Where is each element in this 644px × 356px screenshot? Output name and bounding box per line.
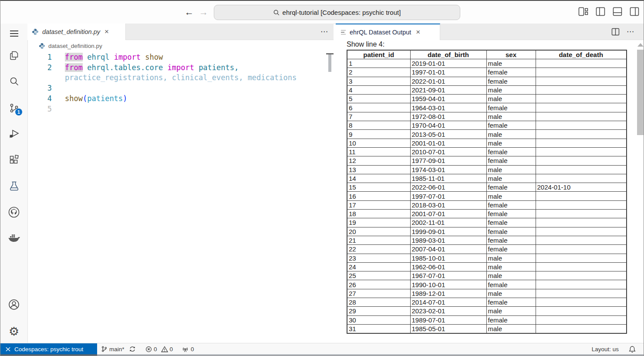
- table-cell: 1997-01-01: [410, 68, 486, 77]
- line-number: 1: [27, 52, 52, 63]
- status-bar: Codespaces: psychic trout main* 0 0 0 La…: [0, 343, 644, 354]
- table-cell: 1985-10-01: [410, 254, 486, 262]
- table-row: 141985-11-01male: [347, 174, 627, 183]
- table-cell: [536, 85, 627, 94]
- table-cell: female: [486, 103, 536, 112]
- table-row: 261990-10-01female: [347, 280, 627, 289]
- table-cell: [536, 218, 627, 227]
- split-editor-icon[interactable]: [611, 28, 620, 36]
- sync-icon: [129, 346, 136, 353]
- toggle-secondary-sidebar-icon[interactable]: [630, 7, 639, 16]
- menu-icon[interactable]: [0, 26, 27, 41]
- tab-dataset-definition[interactable]: dataset_definition.py ×: [27, 24, 126, 40]
- table-cell: [536, 139, 627, 147]
- table-cell: 1974-03-01: [410, 165, 486, 174]
- github-icon[interactable]: [0, 205, 27, 220]
- docker-icon[interactable]: [0, 231, 27, 246]
- warnings-count: 0: [170, 346, 173, 353]
- problems-status[interactable]: 0 0: [145, 343, 173, 355]
- toggle-sidebar-icon[interactable]: [596, 7, 605, 16]
- code-line: 1from ehrql import show: [27, 52, 328, 63]
- panel-tab-close-icon[interactable]: ×: [415, 28, 421, 37]
- panel-more-actions-icon[interactable]: ⋯: [627, 27, 634, 36]
- table-cell: 1999-09-01: [410, 227, 486, 236]
- code-line: 2from ehrql.tables.core import patients,: [27, 63, 328, 73]
- table-cell: 24: [347, 262, 410, 271]
- branch-label: main*: [109, 346, 125, 353]
- table-cell: male: [486, 85, 536, 94]
- background-text-fragment: THEW TILALILIT: [135, 354, 199, 356]
- code-line: 5: [27, 104, 328, 115]
- table-row: 12019-01-01male: [347, 59, 627, 68]
- toggle-panel-icon[interactable]: [613, 7, 622, 16]
- table-cell: 2002-11-01: [410, 218, 486, 227]
- hamburger-icon: [10, 31, 18, 37]
- table-cell: 6: [347, 103, 410, 112]
- search-view-icon[interactable]: [0, 74, 27, 89]
- layout-status[interactable]: Layout: us: [592, 343, 619, 355]
- ports-status[interactable]: 0: [182, 343, 194, 355]
- tab-ehrql-dataset-output[interactable]: ehrQL Dataset Output ×: [336, 24, 440, 40]
- output-table-viewport[interactable]: patient_iddate_of_birthsexdate_of_death1…: [347, 50, 630, 343]
- table-cell: 18: [347, 210, 410, 218]
- remote-label: Codespaces: psychic trout: [14, 346, 83, 353]
- testing-beaker-icon[interactable]: [0, 179, 27, 193]
- table-cell: male: [486, 271, 536, 280]
- table-cell: 29: [347, 307, 410, 315]
- table-cell: female: [486, 298, 536, 307]
- webview-icon: [341, 30, 346, 35]
- table-cell: [536, 130, 627, 139]
- table-cell: 31: [347, 324, 410, 333]
- table-cell: [536, 289, 627, 298]
- table-cell: female: [486, 147, 536, 156]
- tab-close-icon[interactable]: ×: [104, 27, 110, 36]
- editor-scrollbar[interactable]: [328, 54, 331, 72]
- table-cell: [536, 68, 627, 77]
- table-cell: male: [486, 174, 536, 183]
- panel-scrollbar[interactable]: [637, 50, 644, 135]
- remote-indicator[interactable]: Codespaces: psychic trout: [0, 343, 97, 355]
- source-control-icon[interactable]: 1: [0, 101, 27, 115]
- table-row: 292023-02-01male: [347, 307, 627, 315]
- table-cell: 2007-04-01: [410, 245, 486, 254]
- errors-count: 0: [154, 346, 157, 353]
- table-row: 222007-04-01female: [347, 245, 627, 254]
- table-cell: 2001-01-01: [410, 139, 486, 147]
- breadcrumb-item: dataset_definition.py: [48, 43, 102, 49]
- command-center-search[interactable]: ehrql-tutorial [Codespaces: psychic trou…: [214, 5, 460, 20]
- extensions-icon[interactable]: [0, 153, 27, 167]
- scroll-up-arrow-icon[interactable]: [637, 43, 644, 47]
- back-icon[interactable]: ←: [185, 6, 194, 19]
- table-cell: female: [486, 236, 536, 244]
- editor-more-actions-icon[interactable]: ⋯: [320, 27, 328, 36]
- table-cell: [536, 245, 627, 254]
- table-cell: male: [486, 307, 536, 315]
- table-cell: [536, 165, 627, 174]
- explorer-icon[interactable]: [0, 48, 27, 63]
- tab-label: dataset_definition.py: [42, 28, 100, 35]
- table-cell: 2018-03-01: [410, 200, 486, 209]
- table-cell: [536, 77, 627, 85]
- table-cell: 21: [347, 236, 410, 244]
- table-cell: [536, 307, 627, 315]
- settings-gear-icon[interactable]: ⚙: [0, 324, 27, 339]
- table-cell: 14: [347, 174, 410, 183]
- accounts-icon[interactable]: [0, 297, 27, 312]
- notifications-status[interactable]: [629, 343, 636, 355]
- table-cell: male: [486, 112, 536, 121]
- warnings-icon: [161, 346, 168, 353]
- customize-layout-icon[interactable]: [578, 7, 588, 16]
- breadcrumb[interactable]: dataset_definition.py: [27, 40, 344, 52]
- code-editor[interactable]: 1from ehrql import show2from ehrql.table…: [27, 52, 328, 114]
- run-debug-icon[interactable]: [0, 126, 27, 141]
- table-cell: 20: [347, 227, 410, 236]
- table-row: 231985-10-01male: [347, 254, 627, 262]
- branch-status[interactable]: main*: [101, 343, 136, 355]
- table-cell: [536, 121, 627, 130]
- forward-icon[interactable]: →: [199, 6, 208, 19]
- table-cell: male: [486, 59, 536, 68]
- table-cell: 2024-01-10: [536, 183, 627, 192]
- background-text-fragment: SETTIND IS SETTIND: [237, 354, 319, 356]
- table-row: 311985-05-01male: [347, 324, 627, 333]
- code-line: 4show(patients): [27, 94, 328, 104]
